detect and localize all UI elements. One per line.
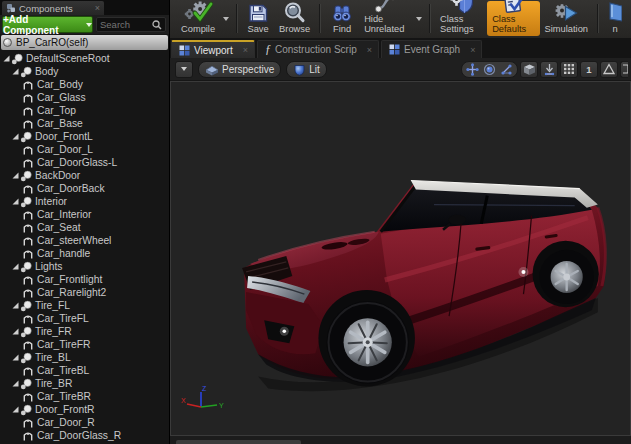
translate-tool-icon[interactable]: [464, 62, 481, 77]
tree-item-interior[interactable]: Interior: [0, 195, 169, 208]
tree-item-label: Door_FrontR: [35, 404, 95, 415]
tree-item-car_frontlight[interactable]: Car_Frontlight: [0, 273, 169, 286]
expander-icon[interactable]: [12, 172, 20, 179]
viewport-toolbar: Perspective Lit: [170, 58, 631, 81]
scene-component-icon: [20, 170, 34, 182]
rotation-snap-button[interactable]: [600, 61, 618, 78]
viewport-tab-close-icon[interactable]: ×: [243, 45, 248, 55]
lit-icon: [293, 63, 306, 76]
find-button[interactable]: Find: [325, 1, 359, 36]
static-mesh-icon: [22, 157, 36, 169]
tree-item-car_glass[interactable]: Car_Glass: [0, 91, 169, 104]
tree-item-car_door_l[interactable]: Car_Door_L: [0, 143, 169, 156]
hide-unrelated-button[interactable]: Hide Unrelated: [359, 1, 413, 36]
event-graph-tab-close-icon[interactable]: ×: [470, 45, 475, 55]
class-settings-label: Class Settings: [440, 14, 482, 34]
tree-item-car_tirefr[interactable]: Car_TireFR: [0, 338, 169, 351]
tab-event-graph[interactable]: Event Graph ×: [381, 40, 482, 58]
tree-item-lights[interactable]: Lights: [0, 260, 169, 273]
expander-icon[interactable]: [12, 328, 20, 335]
expander-icon[interactable]: [12, 302, 20, 309]
tab-viewport[interactable]: Viewport ×: [171, 40, 255, 58]
rotation-snap-value-button[interactable]: [620, 61, 628, 78]
tree-item-car_rarelight2[interactable]: Car_Rarelight2: [0, 286, 169, 299]
scale-tool-icon[interactable]: [498, 62, 515, 77]
chevron-down-icon: [86, 23, 92, 27]
tree-item-car_steerwheel[interactable]: Car_steerWheel: [0, 234, 169, 247]
component-search-input[interactable]: [100, 19, 152, 30]
expander-icon[interactable]: [3, 55, 11, 62]
toolbar-cutoff-button[interactable]: n: [603, 1, 627, 36]
class-settings-button[interactable]: Class Settings: [435, 1, 487, 36]
simulation-button[interactable]: Simulation: [540, 1, 593, 36]
tree-item-door_frontl[interactable]: Door_FrontL: [0, 130, 169, 143]
add-component-button[interactable]: +Add Component: [2, 16, 93, 33]
tree-item-car_handle[interactable]: Car_handle: [0, 247, 169, 260]
tree-item-tire_fr[interactable]: Tire_FR: [0, 325, 169, 338]
grid-snap-value-button[interactable]: 1: [580, 61, 598, 78]
tree-item-backdoor[interactable]: BackDoor: [0, 169, 169, 182]
blueprint-editor-window: Components × +Add Component BP_CarRO(sel…: [0, 0, 631, 444]
tree-item-car_top[interactable]: Car_Top: [0, 104, 169, 117]
tree-item-root-self[interactable]: BP_CarRO(self): [1, 35, 168, 50]
viewport-options-button[interactable]: [175, 61, 193, 78]
cutoff-icon: [608, 0, 622, 24]
tree-item-car_doorglass-l[interactable]: Car_DoorGlass-L: [0, 156, 169, 169]
class-defaults-icon: [501, 0, 525, 14]
tree-item-car_base[interactable]: Car_Base: [0, 117, 169, 130]
rotate-tool-icon[interactable]: [481, 62, 498, 77]
tree-item-label: Car_Door_R: [37, 417, 95, 428]
car-3d-model[interactable]: [228, 157, 630, 405]
add-component-label: +Add Component: [3, 14, 83, 36]
components-tab-close-icon[interactable]: ×: [95, 3, 100, 13]
expander-icon[interactable]: [12, 68, 20, 75]
bottom-panel-strip: [170, 436, 631, 444]
expander-icon[interactable]: [12, 198, 20, 205]
tree-item-tire_br[interactable]: Tire_BR: [0, 377, 169, 390]
scene-component-icon: [20, 261, 34, 273]
tree-item-car_door_r[interactable]: Car_Door_R: [0, 416, 169, 429]
tree-item-label: Body: [35, 66, 58, 77]
tree-item-label: Car_TireFR: [37, 339, 90, 350]
save-button[interactable]: Save: [242, 1, 274, 36]
browse-button[interactable]: Browse: [274, 1, 315, 36]
construction-script-tab-close-icon[interactable]: ×: [367, 45, 372, 55]
tree-item-car_tirebl[interactable]: Car_TireBL: [0, 364, 169, 377]
tree-item-label: Tire_FR: [35, 326, 72, 337]
static-mesh-icon: [22, 222, 36, 234]
coordinate-system-button[interactable]: [520, 61, 538, 78]
compile-button[interactable]: Compile: [176, 1, 220, 36]
lit-button[interactable]: Lit: [286, 61, 327, 78]
tree-item-tire_bl[interactable]: Tire_BL: [0, 351, 169, 364]
tree-item-car_tirebr[interactable]: Car_TireBR: [0, 390, 169, 403]
tree-item-door_frontr[interactable]: Door_FrontR: [0, 403, 169, 416]
hide-unrelated-label: Hide Unrelated: [364, 14, 408, 34]
surface-snap-button[interactable]: [540, 61, 558, 78]
tree-item-car_seat[interactable]: Car_Seat: [0, 221, 169, 234]
expander-icon[interactable]: [12, 263, 20, 270]
expander-icon[interactable]: [12, 133, 20, 140]
expander-icon[interactable]: [12, 380, 20, 387]
class-defaults-button[interactable]: Class Defaults: [487, 1, 539, 36]
component-search-box[interactable]: [96, 17, 166, 32]
tree-item-defaultsceneroot[interactable]: DefaultSceneRoot: [0, 52, 169, 65]
perspective-button[interactable]: Perspective: [198, 61, 281, 78]
compile-options-dropdown[interactable]: [220, 1, 232, 36]
tree-item-body[interactable]: Body: [0, 65, 169, 78]
tree-item-tire_fl[interactable]: Tire_FL: [0, 299, 169, 312]
hide-unrelated-dropdown[interactable]: [413, 1, 425, 36]
tree-item-car_body[interactable]: Car_Body: [0, 78, 169, 91]
tree-item-car_doorglass_r[interactable]: Car_DoorGlass_R: [0, 429, 169, 442]
tree-item-car_tirefl[interactable]: Car_TireFL: [0, 312, 169, 325]
static-mesh-icon: [22, 144, 36, 156]
surface-snap-icon: [543, 63, 556, 76]
tree-item-car_interior[interactable]: Car_Interior: [0, 208, 169, 221]
scene-component-icon: [20, 378, 34, 390]
expander-icon[interactable]: [12, 354, 20, 361]
collapsed-panel-handle[interactable]: [176, 440, 301, 444]
tab-construction-script[interactable]: ƒ Construction Scrip ×: [257, 40, 379, 58]
viewport-3d[interactable]: Z X Y: [170, 81, 631, 436]
expander-icon[interactable]: [12, 406, 20, 413]
tree-item-car_doorback[interactable]: Car_DoorBack: [0, 182, 169, 195]
grid-snap-button[interactable]: [560, 61, 578, 78]
